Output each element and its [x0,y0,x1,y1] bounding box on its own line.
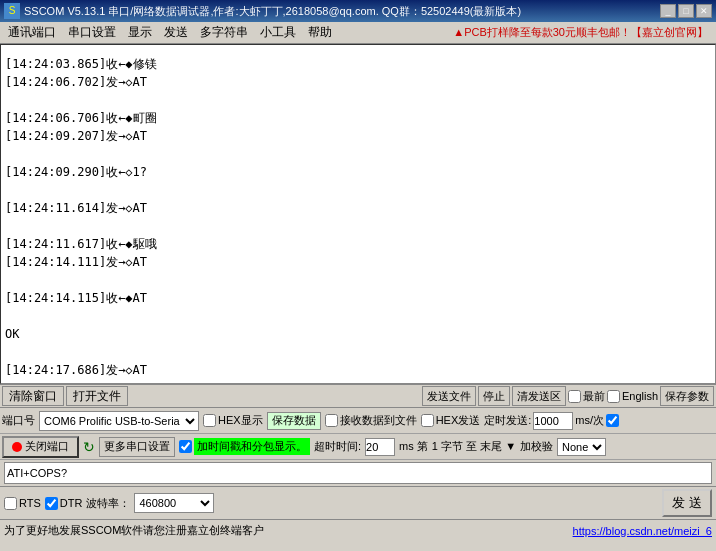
log-line: [14:24:11.617]收←◆駆哦 [5,235,711,253]
log-line: [14:24:03.865]收←◆修镁 [5,55,711,73]
log-line [5,343,711,361]
port-status-indicator [12,442,22,452]
last-checkbox[interactable] [568,390,581,403]
stop-button[interactable]: 停止 [478,386,510,406]
log-line [5,307,711,325]
log-line: [14:24:17.686]发→◇AT [5,361,711,379]
hex-display-group: HEX显示 [203,413,263,428]
title-bar: S SSCOM V5.13.1 串口/网络数据调试器,作者:大虾丁丁,26180… [0,0,716,22]
hex-send-group: HEX发送 [421,413,481,428]
timestamp-label: 加时间戳和分包显示。 [194,438,310,455]
log-line: [14:24:14.111]发→◇AT [5,253,711,271]
menu-port-settings[interactable]: 串口设置 [62,22,122,43]
send-input-row [0,460,716,487]
dtr-group: DTR [45,497,83,510]
close-port-button[interactable]: 关闭端口 [2,436,79,458]
log-line [5,217,711,235]
port-select[interactable]: COM6 Prolific USB-to-Seria [39,411,199,431]
log-line: [14:24:09.207]发→◇AT [5,127,711,145]
log-area: [14:23:54.743]发→◇AT [14:23:54.748]收←◆瑭0[… [0,44,716,384]
minimize-button[interactable]: _ [660,4,676,18]
hex-display-label: HEX显示 [218,413,263,428]
log-line: [14:24:09.290]收←◇1? [5,163,711,181]
english-label: English [622,390,658,402]
last-checkbox-group: 最前 [568,389,605,404]
dtr-checkbox[interactable] [45,497,58,510]
send-file-button[interactable]: 发送文件 [422,386,476,406]
log-line [5,91,711,109]
checksum-select[interactable]: None [557,438,606,456]
log-line: [14:24:06.702]发→◇AT [5,73,711,91]
close-button[interactable]: ✕ [696,4,712,18]
config-row-1: 端口号 COM6 Prolific USB-to-Seria HEX显示 保存数… [0,408,716,434]
hex-send-label: HEX发送 [436,413,481,428]
close-port-label: 关闭端口 [25,439,69,454]
title-text: SSCOM V5.13.1 串口/网络数据调试器,作者:大虾丁丁,2618058… [24,4,660,19]
menu-help[interactable]: 帮助 [302,22,338,43]
menu-tools[interactable]: 小工具 [254,22,302,43]
promo-text: 为了更好地发展SSCOM软件请您注册嘉立创终端客户 [4,523,264,538]
timed-send-label: 定时发送: [484,413,531,428]
checksum-label: 加校验 [520,439,553,454]
timed-send-checkbox[interactable] [606,414,619,427]
menu-bar: 通讯端口 串口设置 显示 发送 多字符串 小工具 帮助 ▲PCB打样降至每款30… [0,22,716,44]
log-line [5,271,711,289]
log-line: OK [5,325,711,343]
timed-send-input[interactable] [533,412,573,430]
timeout-input[interactable] [365,438,395,456]
byte-label: 1 字节 至 末尾 ▼ [432,439,516,454]
send-text-input[interactable] [4,462,712,484]
log-line [5,145,711,163]
timeout-unit: ms 第 [399,439,428,454]
menu-comport[interactable]: 通讯端口 [2,22,62,43]
hex-display-checkbox[interactable] [203,414,216,427]
rts-checkbox[interactable] [4,497,17,510]
log-line [5,181,711,199]
config-row-2: 关闭端口 ↻ 更多串口设置 加时间戳和分包显示。 超时时间: ms 第 1 字节… [0,434,716,460]
status-link[interactable]: https://blog.csdn.net/meizi_6 [573,525,712,537]
hex-send-checkbox[interactable] [421,414,434,427]
log-line: [14:24:14.115]收←◆AT [5,289,711,307]
dtr-label: DTR [60,497,83,509]
rts-label: RTS [19,497,41,509]
log-line [5,44,711,55]
log-line: [14:24:11.614]发→◇AT [5,199,711,217]
port-label: 端口号 [2,413,35,428]
clear-window-button[interactable]: 清除窗口 [2,386,64,406]
open-file-button[interactable]: 打开文件 [66,386,128,406]
timeout-label: 超时时间: [314,439,361,454]
timed-send-group: 定时发送: ms/次 [484,412,619,430]
baud-select[interactable]: 460800 [134,493,214,513]
save-data-button[interactable]: 保存数据 [267,412,321,430]
config-row-3: RTS DTR 波特率： 460800 发 送 [0,487,716,519]
log-line: [14:24:06.706]收←◆町圈 [5,109,711,127]
clear-recv-button[interactable]: 清发送区 [512,386,566,406]
recv-file-group: 接收数据到文件 [325,413,417,428]
last-label: 最前 [583,389,605,404]
refresh-icon[interactable]: ↻ [83,439,95,455]
menu-send[interactable]: 发送 [158,22,194,43]
status-bar: 为了更好地发展SSCOM软件请您注册嘉立创终端客户 https://blog.c… [0,519,716,541]
timed-unit-label: ms/次 [575,413,604,428]
english-checkbox-group: English [607,390,658,403]
save-param-button[interactable]: 保存参数 [660,386,714,406]
timestamp-group: 加时间戳和分包显示。 [179,438,310,455]
maximize-button[interactable]: □ [678,4,694,18]
window-controls: _ □ ✕ [660,4,712,18]
ad-text: ▲PCB打样降至每款30元顺丰包邮！【嘉立创官网】 [453,25,714,40]
app-icon: S [4,3,20,19]
baud-label: 波特率： [86,496,130,511]
send-button[interactable]: 发 送 [662,489,712,517]
recv-file-checkbox[interactable] [325,414,338,427]
recv-file-label: 接收数据到文件 [340,413,417,428]
rts-group: RTS [4,497,41,510]
timestamp-checkbox[interactable] [179,440,192,453]
toolbar-row: 清除窗口 打开文件 发送文件 停止 清发送区 最前 English 保存参数 [0,384,716,408]
menu-display[interactable]: 显示 [122,22,158,43]
multi-port-button[interactable]: 更多串口设置 [99,437,175,457]
english-checkbox[interactable] [607,390,620,403]
menu-multi-string[interactable]: 多字符串 [194,22,254,43]
